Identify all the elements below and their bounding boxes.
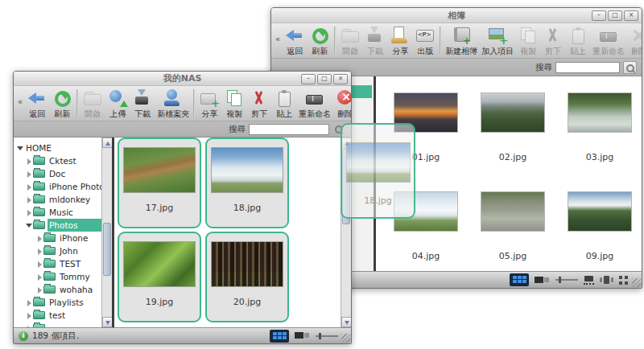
thumbnail-view-icon[interactable] [270, 330, 289, 343]
tree-item-john[interactable]: John [15, 244, 112, 257]
minimize-button[interactable]: – [592, 10, 606, 21]
toolbar-button-upload[interactable]: 上傳 [105, 88, 130, 120]
search-button[interactable] [623, 61, 637, 74]
scrollbar-thumb[interactable] [103, 223, 111, 276]
toolbar-button-publish[interactable]: <P> 出版 [413, 25, 437, 57]
collapsed-arrow-icon[interactable] [26, 311, 33, 319]
toolbar-button-back[interactable]: 返回 [283, 25, 307, 57]
zoom-slider[interactable] [555, 276, 578, 284]
toolbar-button-share[interactable]: 分享 [197, 88, 221, 120]
search-input[interactable] [555, 62, 620, 73]
paste-clipboard-icon [568, 26, 588, 45]
thumbnail-view-icon[interactable] [510, 273, 529, 286]
tree-item-playlists[interactable]: Playlists [15, 296, 112, 309]
toolbar-button-cut[interactable]: 剪下 [247, 88, 271, 120]
collapsed-arrow-icon[interactable] [26, 157, 33, 165]
toolbar-button-download[interactable]: 下載 [363, 25, 387, 57]
file-card-selected[interactable]: 18.jpg [205, 138, 289, 228]
tree-item-wohaha[interactable]: wohaha [15, 283, 112, 296]
collapsed-arrow-icon[interactable] [26, 170, 33, 178]
back-arrow-icon [27, 88, 47, 108]
maximize-button[interactable]: □ [317, 74, 332, 84]
toolbar-button-label: 返回 [29, 109, 45, 120]
resize-grip[interactable] [632, 278, 641, 287]
toolbar-overflow-left[interactable]: « [16, 97, 24, 106]
toolbar-button-rename[interactable]: 重新命名 [297, 88, 332, 120]
mosaic-view-icon[interactable] [619, 276, 629, 285]
new-album-icon [451, 26, 472, 45]
scroll-down-button[interactable] [341, 317, 351, 327]
toolbar-button-new-album[interactable]: 新建相簿 [444, 25, 479, 57]
toolbar-button-delete[interactable]: 刪除 [333, 88, 351, 120]
toolbar-button-back[interactable]: 返回 [25, 88, 49, 120]
toolbar-button-share[interactable]: 分享 [388, 25, 412, 57]
scroll-down-button[interactable] [102, 317, 112, 327]
tree-item-iphone[interactable]: iPhone [15, 232, 112, 244]
expanded-arrow-icon[interactable] [17, 144, 24, 152]
collapsed-arrow-icon[interactable] [36, 247, 43, 255]
toolbar-button-new-folder[interactable]: 新檔案夾 [155, 88, 191, 120]
toolbar-button-paste[interactable]: 貼上 [566, 25, 590, 57]
close-button[interactable]: × [624, 10, 638, 21]
toolbar-overflow-left[interactable]: « [274, 35, 282, 43]
expanded-arrow-icon[interactable] [26, 221, 33, 229]
filmstrip-view-icon[interactable] [584, 276, 594, 285]
tree-item-test-upper[interactable]: TEST [15, 257, 112, 270]
toolbar-button-paste[interactable]: 貼上 [272, 88, 296, 120]
photo-item[interactable]: 05.jpg [469, 191, 556, 261]
toolbar-button-copy[interactable]: 複製 [516, 25, 540, 57]
collapsed-arrow-icon[interactable] [26, 195, 33, 203]
toolbar-button-open[interactable]: 開啟 [80, 88, 105, 120]
resize-grip[interactable] [341, 334, 350, 343]
tree-item-iphone-photo[interactable]: iPhone Photo [15, 180, 112, 193]
toolbar-button-refresh[interactable]: 刷新 [308, 25, 332, 57]
tree-item-cktest[interactable]: Cktest [15, 154, 112, 167]
tree-item-home[interactable]: HOME [15, 142, 112, 154]
toolbar-button-download[interactable]: 下載 [130, 88, 155, 120]
carousel-view-icon[interactable] [600, 276, 613, 284]
album-window-titlebar[interactable]: 相簿 – □ × [271, 8, 642, 23]
tree-item-photos[interactable]: Photos [15, 219, 112, 232]
toolbar-button-cut[interactable]: 剪下 [541, 25, 565, 57]
collapsed-arrow-icon[interactable] [36, 273, 43, 281]
tree-item-test-lower[interactable]: test [15, 309, 112, 322]
toolbar-button-add-item[interactable]: 加入項目 [480, 25, 515, 57]
collapsed-arrow-icon[interactable] [26, 298, 33, 306]
tree-item-music[interactable]: Music [15, 206, 112, 219]
file-card-selected[interactable]: 20.jpg [205, 232, 289, 322]
list-view-icon[interactable] [295, 332, 310, 339]
list-view-icon[interactable] [535, 277, 550, 284]
photo-item[interactable]: 02.jpg [469, 92, 556, 162]
nas-window-titlebar[interactable]: 我的NAS – □ × [14, 72, 351, 86]
tree-item-partial[interactable] [15, 322, 112, 327]
tree-item-doc[interactable]: Doc [15, 167, 112, 180]
search-input[interactable] [249, 124, 329, 135]
file-card-selected[interactable]: 17.jpg [118, 138, 201, 228]
maximize-button[interactable]: □ [608, 10, 622, 21]
folder-icon [33, 208, 45, 216]
folder-icon [43, 285, 56, 294]
tree-item-mldonkey[interactable]: mldonkey [15, 193, 112, 206]
sidebar-scrollbar[interactable] [101, 138, 112, 327]
toolbar-button-open[interactable]: 開啟 [338, 25, 362, 57]
toolbar-button-rename[interactable]: 重新命名 [591, 25, 626, 57]
collapsed-arrow-icon[interactable] [26, 208, 33, 216]
photo-item[interactable]: 03.jpg [556, 92, 642, 162]
minimize-button[interactable]: – [301, 74, 316, 84]
toolbar-button-label: 加入項目 [481, 46, 514, 57]
collapsed-arrow-icon[interactable] [26, 183, 33, 191]
close-button[interactable]: × [333, 74, 348, 84]
file-card-selected[interactable]: 19.jpg [118, 232, 201, 322]
toolbar-button-refresh[interactable]: 刷新 [50, 88, 74, 120]
collapsed-arrow-icon[interactable] [36, 285, 43, 294]
collapsed-arrow-icon[interactable] [36, 234, 43, 242]
photo-item[interactable]: 09.jpg [556, 191, 642, 261]
collapsed-arrow-icon[interactable] [36, 260, 43, 268]
zoom-slider[interactable] [316, 332, 338, 340]
toolbar-button-copy[interactable]: 複製 [222, 88, 246, 120]
scroll-up-button[interactable] [102, 138, 112, 148]
folder-tree: HOME Cktest Doc iPho [14, 138, 112, 327]
toolbar-button-delete[interactable]: 刪除 [627, 25, 642, 57]
tree-item-tommy[interactable]: Tommy [15, 270, 112, 283]
thumbnail-image [481, 191, 545, 232]
